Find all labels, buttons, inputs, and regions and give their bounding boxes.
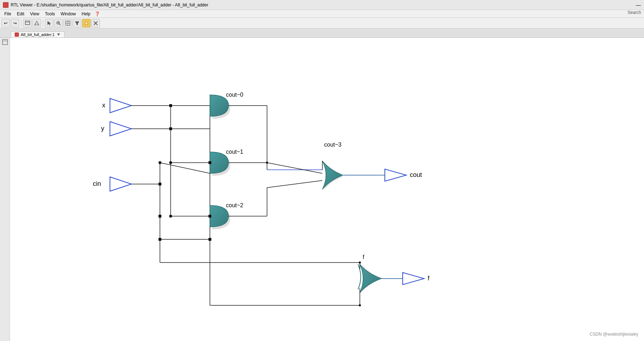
diagram-area: x y cin: [10, 38, 644, 341]
svg-marker-22: [57, 34, 60, 36]
gate-f-inner-arc: [358, 264, 361, 289]
label-cout2: cout~2: [226, 202, 243, 208]
toolbar-close-all[interactable]: [91, 19, 100, 27]
label-cout1: cout~1: [226, 149, 243, 155]
svg-point-2: [35, 24, 36, 25]
search-label[interactable]: Search: [628, 10, 641, 15]
label-x: x: [102, 102, 105, 109]
label-cout3: cout~3: [324, 142, 342, 148]
gate-f: [360, 264, 381, 293]
toolbar: ↩ ↪: [0, 18, 644, 29]
toolbar-redo[interactable]: ↪: [11, 19, 19, 27]
svg-marker-6: [47, 21, 51, 25]
label-y: y: [101, 125, 104, 132]
svg-point-3: [37, 24, 39, 25]
toolbar-undo[interactable]: ↩: [1, 19, 10, 27]
junction-f-top: [359, 261, 361, 264]
wire-cout2-to-or: [267, 180, 322, 188]
left-panel: [0, 38, 10, 341]
label-cin: cin: [93, 180, 101, 187]
label-f-gate: f: [363, 254, 364, 260]
junc-square-7: [208, 238, 211, 241]
panel-icon: [2, 39, 8, 45]
label-f-out: f: [428, 275, 430, 282]
output-f-buffer: [403, 273, 424, 285]
watermark: CSDN @wodeshijiexialey: [590, 332, 638, 337]
toolbar-zoom-in[interactable]: [54, 19, 63, 27]
svg-line-8: [59, 24, 61, 25]
junc-square-4: [159, 215, 161, 218]
toolbar-highlight[interactable]: [82, 19, 91, 27]
menu-help[interactable]: Help: [79, 11, 94, 17]
toolbar-fit[interactable]: [64, 19, 72, 27]
menu-window[interactable]: Window: [58, 11, 79, 17]
menu-bar: File Edit View Tools Window Help ❓ Searc…: [0, 10, 644, 18]
toolbar-filter[interactable]: [73, 19, 81, 27]
wire-cout1-to-or2: [267, 163, 322, 173]
svg-marker-14: [75, 21, 79, 25]
junction-f-bot: [359, 304, 361, 306]
input-x-buffer: [110, 98, 131, 113]
menu-tools[interactable]: Tools: [42, 11, 58, 17]
help-icon: ❓: [95, 11, 100, 16]
title-text: RTL Viewer - E:/shudian_homework/quartus…: [11, 2, 635, 7]
svg-line-4: [35, 21, 37, 24]
menu-edit[interactable]: Edit: [14, 11, 27, 17]
svg-rect-23: [2, 40, 7, 45]
junc-square-2: [169, 127, 172, 130]
wire-cin-to-gate1b: [160, 163, 210, 173]
title-bar: RTL Viewer - E:/shudian_homework/quartus…: [0, 0, 644, 10]
tab-main[interactable]: A8_bit_full_adder:1: [11, 31, 65, 37]
junc-square-1: [169, 104, 172, 107]
label-cout-out: cout: [410, 171, 422, 178]
toolbar-separator-1: [21, 20, 21, 27]
input-y-buffer: [110, 122, 131, 136]
gate-cout3: [322, 161, 343, 189]
rtl-diagram: x y cin: [10, 38, 644, 341]
app-icon: [3, 2, 9, 8]
tab-nav-icon: [56, 32, 61, 37]
svg-rect-0: [25, 21, 30, 25]
label-cout0: cout~0: [226, 92, 243, 98]
tab-label: A8_bit_full_adder:1: [21, 32, 55, 37]
junc-square-8: [159, 238, 161, 241]
main-canvas: x y cin: [0, 38, 644, 341]
toolbar-select[interactable]: [45, 19, 54, 27]
junc-square-3: [159, 183, 161, 185]
toolbar-cut[interactable]: [32, 19, 41, 27]
tab-bar: A8_bit_full_adder:1: [0, 29, 644, 38]
menu-file[interactable]: File: [1, 11, 14, 17]
tab-icon: [15, 32, 19, 37]
junc-square-6: [208, 215, 211, 218]
input-cin-buffer: [110, 177, 131, 191]
toolbar-netlist[interactable]: [23, 19, 32, 27]
svg-line-5: [37, 21, 38, 24]
output-cout-buffer: [385, 169, 406, 181]
junc-square-5: [208, 161, 211, 164]
close-button[interactable]: —: [635, 2, 641, 8]
menu-view[interactable]: View: [27, 11, 42, 17]
toolbar-separator-2: [43, 20, 43, 27]
